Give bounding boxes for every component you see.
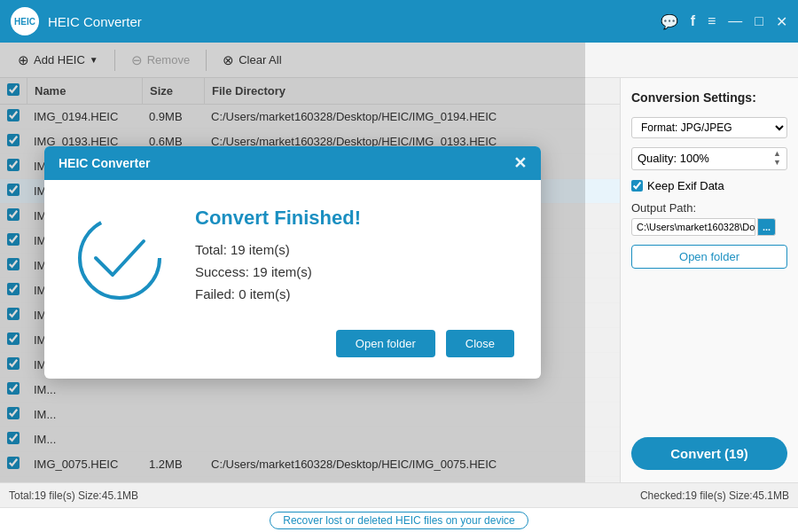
output-path-browse-button[interactable]: ... xyxy=(757,218,776,236)
spacer xyxy=(631,278,787,428)
quality-arrows: ▲ ▼ xyxy=(773,150,781,168)
quality-row: Quality: 100% ▲ ▼ xyxy=(631,147,787,170)
success-icon xyxy=(71,209,168,307)
status-checked: Checked:19 file(s) Size:45.1MB xyxy=(640,489,789,502)
status-bar: Total:19 file(s) Size:45.1MB Checked:19 … xyxy=(0,482,798,507)
open-folder-button[interactable]: Open folder xyxy=(631,245,787,269)
modal-total: Total: 19 item(s) xyxy=(195,242,514,257)
modal-body: Convert Finished! Total: 19 item(s) Succ… xyxy=(44,180,541,330)
modal-title: HEIC Converter xyxy=(59,156,150,170)
output-path-label: Output Path: xyxy=(631,201,787,215)
keep-exif-row: Keep Exif Data xyxy=(631,179,787,192)
output-path-display: C:\Users\market160328\Docu xyxy=(631,218,755,236)
modal-dialog: HEIC Converter ✕ Convert Finished! Total… xyxy=(44,146,541,379)
settings-title: Conversion Settings: xyxy=(631,90,787,105)
keep-exif-label: Keep Exif Data xyxy=(647,179,724,192)
convert-button[interactable]: Convert (19) xyxy=(631,437,787,470)
quality-value: Quality: 100% xyxy=(638,152,709,165)
modal-footer: Open folder Close xyxy=(44,330,541,379)
window-controls: 💬 f ≡ — □ ✕ xyxy=(661,13,787,30)
format-select[interactable]: Format: JPG/JPEG Format: PNG xyxy=(631,117,787,138)
app-title: HEIC Converter xyxy=(48,14,661,29)
format-row: Format: JPG/JPEG Format: PNG xyxy=(631,117,787,138)
modal-failed: Failed: 0 item(s) xyxy=(195,286,514,301)
modal-header: HEIC Converter ✕ xyxy=(44,146,541,180)
recover-link[interactable]: Recover lost or deleted HEIC files on yo… xyxy=(270,512,528,529)
modal-close-button[interactable]: ✕ xyxy=(513,155,527,171)
svg-point-0 xyxy=(80,218,160,298)
chat-icon[interactable]: 💬 xyxy=(661,13,678,30)
close-button[interactable]: ✕ xyxy=(776,13,787,30)
modal-overlay: HEIC Converter ✕ Convert Finished! Total… xyxy=(0,43,585,482)
modal-content: Convert Finished! Total: 19 item(s) Succ… xyxy=(195,207,514,309)
facebook-icon[interactable]: f xyxy=(691,13,695,29)
app-logo: HEIC xyxy=(11,7,39,35)
modal-close-btn[interactable]: Close xyxy=(446,330,514,357)
menu-icon[interactable]: ≡ xyxy=(708,13,716,29)
maximize-button[interactable]: □ xyxy=(755,13,763,29)
output-path-row: C:\Users\market160328\Docu ... xyxy=(631,218,787,236)
bottom-bar: Recover lost or deleted HEIC files on yo… xyxy=(0,507,798,532)
right-panel: Conversion Settings: Format: JPG/JPEG Fo… xyxy=(621,78,798,482)
minimize-button[interactable]: — xyxy=(728,13,742,29)
modal-open-folder-button[interactable]: Open folder xyxy=(336,330,435,357)
output-path-section: Output Path: C:\Users\market160328\Docu … xyxy=(631,201,787,236)
status-total: Total:19 file(s) Size:45.1MB xyxy=(9,489,138,502)
modal-success: Success: 19 item(s) xyxy=(195,264,514,279)
quality-down-arrow[interactable]: ▼ xyxy=(773,159,781,168)
keep-exif-checkbox[interactable] xyxy=(631,180,643,192)
modal-finished-title: Convert Finished! xyxy=(195,207,514,230)
title-bar: HEIC HEIC Converter 💬 f ≡ — □ ✕ xyxy=(0,0,798,43)
